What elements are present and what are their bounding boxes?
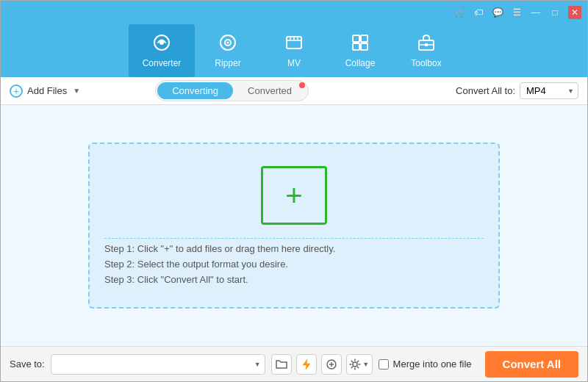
svg-rect-12 [425,43,428,46]
add-files-label: Add Files [27,85,67,96]
add-plus-button[interactable]: + [261,166,327,225]
mv-label: MV [287,58,301,68]
tab-converting[interactable]: Converting [157,82,233,99]
converted-badge [299,82,305,88]
svg-rect-6 [353,35,359,42]
mv-icon [284,33,304,55]
settings-dropdown-arrow: ▼ [362,361,369,368]
merge-label: Merge into one file [393,358,472,370]
edit-button[interactable] [321,354,342,375]
settings-button[interactable]: ▼ [346,354,373,375]
toolbar: + Add Files ▼ Converting Converted Conve… [1,77,587,105]
menu-icon[interactable]: ☰ [511,7,523,18]
title-bar-icons: 🛒 🏷 💬 ☰ — □ ✕ [453,6,581,19]
toolbox-label: Toolbox [411,58,441,68]
save-to-label: Save to: [10,358,45,370]
svg-point-1 [159,40,164,45]
ripper-label: Ripper [215,58,240,68]
drop-zone[interactable]: + Step 1: Click "+" to add files or drag… [88,143,500,309]
lightning-button[interactable] [296,354,317,375]
add-files-dropdown-icon[interactable]: ▼ [71,86,82,96]
instruction-step2: Step 2: Select the output format you des… [104,259,484,270]
format-select-wrapper: MP4 MKV AVI MOV MP3 [520,82,578,99]
main-content: + Step 1: Click "+" to add files or drag… [1,105,587,346]
title-bar: 🛒 🏷 💬 ☰ — □ ✕ [1,1,587,24]
format-select[interactable]: MP4 MKV AVI MOV MP3 [520,82,578,99]
tab-converted[interactable]: Converted [233,82,306,99]
minimize-icon[interactable]: — [530,7,542,18]
svg-rect-9 [361,43,368,50]
svg-rect-8 [353,43,359,50]
converter-label: Converter [143,58,182,68]
nav-bar: Converter Ripper MV [1,24,587,77]
bottom-bar: Save to: ▼ Mer [1,346,587,381]
collage-label: Collage [345,58,376,68]
toolbox-icon [417,33,436,55]
open-folder-button[interactable] [271,354,292,375]
ripper-icon [218,33,237,55]
merge-checkbox[interactable] [379,359,389,370]
nav-item-converter[interactable]: Converter [129,24,195,77]
collage-icon [351,33,370,55]
save-path-input-wrapper [51,354,265,375]
svg-point-14 [353,362,357,367]
save-path-input[interactable] [51,354,265,375]
close-icon[interactable]: ✕ [568,6,581,19]
convert-all-to-area: Convert All to: MP4 MKV AVI MOV MP3 [456,82,578,99]
drop-zone-instructions: Step 1: Click "+" to add files or drag t… [104,238,484,285]
add-files-plus-icon: + [10,84,23,98]
instruction-step3: Step 3: Click "Convert All" to start. [104,274,484,285]
tag-icon[interactable]: 🏷 [473,7,484,18]
plus-sign-icon: + [285,181,302,210]
converter-icon [152,33,171,55]
svg-point-4 [227,42,229,44]
cart-icon[interactable]: 🛒 [453,7,465,18]
nav-item-ripper[interactable]: Ripper [195,24,261,77]
merge-checkbox-area: Merge into one file [379,358,472,370]
add-files-button[interactable]: + Add Files ▼ [10,84,82,98]
convert-all-button[interactable]: Convert All [485,351,578,378]
convert-all-to-label: Convert All to: [456,85,515,96]
instruction-step1: Step 1: Click "+" to add files or drag t… [104,243,484,254]
maximize-icon[interactable]: □ [549,7,561,18]
toolbar-tabs: Converting Converted [155,80,309,101]
bottom-toolbar-icons: ▼ [271,354,373,375]
nav-item-mv[interactable]: MV [261,24,327,77]
nav-item-collage[interactable]: Collage [327,24,393,77]
nav-item-toolbox[interactable]: Toolbox [393,24,459,77]
chat-icon[interactable]: 💬 [492,7,503,18]
svg-rect-7 [361,35,368,42]
